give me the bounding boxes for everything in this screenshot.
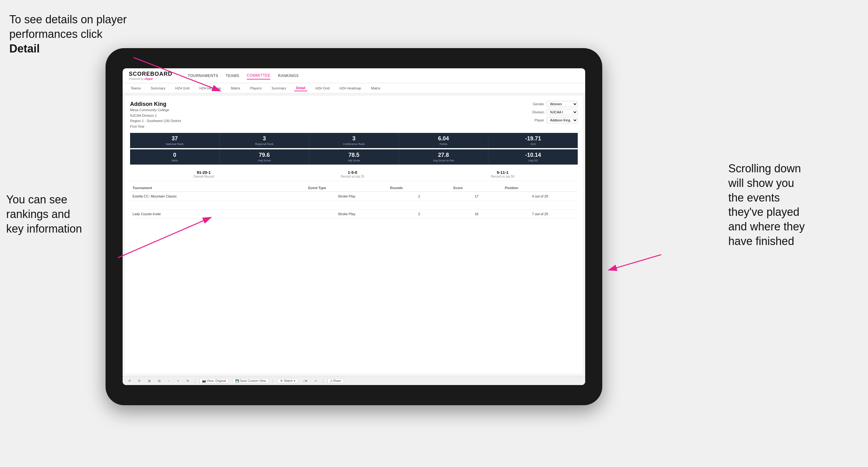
stat-national-rank-value: 37 (131, 135, 218, 142)
stat-adj-score: 78.5 Adj Score (309, 149, 399, 164)
stat-sos: -19.71 SoS (488, 133, 578, 148)
top50-record: 5-11-1 Record vs top 50 (491, 170, 515, 178)
nav-items: TOURNAMENTS TEAMS COMMITTEE RANKINGS (188, 72, 299, 80)
nav-tournaments[interactable]: TOURNAMENTS (188, 72, 218, 79)
toolbar-view-original[interactable]: 📷 View: Original (199, 378, 228, 383)
stats-row-2: 0 Wins 79.6 Avg Score 78.5 Adj Score 27.… (130, 149, 578, 164)
player-division: NJCAA Division 1 (130, 113, 181, 119)
subnav-h2h-heatmap[interactable]: H2H Heatmap (197, 85, 223, 91)
player-info: Addison King Mesa Community College NJCA… (130, 101, 181, 129)
toolbar-redo[interactable]: ↻ (136, 378, 143, 383)
content-area: Addison King Mesa Community College NJCA… (123, 93, 585, 385)
division-control: Division NJCAA I (532, 109, 578, 115)
subnav-matrix2[interactable]: Matrix (369, 85, 382, 91)
main-content: Addison King Mesa Community College NJCA… (125, 96, 583, 374)
top25-record: 1-5-0 Record vs top 25 (341, 170, 365, 178)
gender-select[interactable]: Women (547, 101, 578, 107)
sub-navigation: Teams Summary H2H Grid H2H Heatmap Matri… (123, 83, 585, 93)
stat-avg-score-par: 27.8 Avg Score to Par (399, 149, 489, 164)
subnav-h2h-heatmap2[interactable]: H2H Heatmap (338, 85, 363, 91)
toolbar-save-custom[interactable]: 💾 Save Custom View (232, 378, 269, 383)
score-3: 16 (451, 210, 502, 219)
stat-conference-rank-value: 3 (310, 135, 397, 142)
subnav-summary2[interactable]: Summary (270, 85, 288, 91)
toolbar-expand[interactable]: ⤢ (313, 378, 319, 383)
stat-sos-value: -19.71 (490, 135, 577, 142)
bottom-toolbar: ↺ ↻ ⊞ ⊟ − + ⟳ | 📷 View: Original 💾 Save … (123, 376, 585, 385)
stat-conference-rank-label: Conference Rank (310, 143, 397, 146)
toolbar-watch[interactable]: 👁 Watch ▾ (277, 378, 298, 383)
logo-scoreboard: SCOREBOARD (129, 71, 172, 77)
gender-label: Gender (533, 102, 544, 106)
toolbar-undo[interactable]: ↺ (126, 378, 132, 383)
subnav-players[interactable]: Players (248, 85, 264, 91)
player-header: Addison King Mesa Community College NJCA… (130, 101, 578, 129)
subnav-h2h-grid[interactable]: H2H Grid (173, 85, 191, 91)
overall-record-label: Overall Record (193, 175, 214, 178)
tournament-name-1: Estella CC- Mountain Classic (130, 192, 306, 201)
toolbar-refresh[interactable]: ⟳ (185, 378, 191, 383)
subnav-matrix[interactable]: Matrix (229, 85, 242, 91)
subnav-teams[interactable]: Teams (129, 85, 143, 91)
toolbar-grid2[interactable]: ⊟ (156, 378, 162, 383)
stat-avg-sg-value: -10.14 (490, 152, 577, 158)
annotation-right: Scrolling downwill show youthe eventsthe… (728, 161, 859, 249)
gender-control: Gender Women (533, 101, 578, 107)
col-tournament: Tournament (130, 184, 306, 192)
stat-avg-score-label: Avg Score (221, 159, 308, 162)
col-event-type: Event Type (306, 184, 388, 192)
col-position: Position (502, 184, 578, 192)
top25-record-value: 1-5-0 (341, 170, 365, 175)
col-score: Score (451, 184, 502, 192)
toolbar-screen[interactable]: □▾ (302, 378, 309, 383)
logo-powered: Powered by clippd (129, 77, 172, 81)
player-label: Player (535, 118, 544, 122)
subnav-summary[interactable]: Summary (149, 85, 167, 91)
stat-national-rank: 37 National Rank (130, 133, 220, 148)
col-rounds: Rounds (388, 184, 451, 192)
stats-row-1: 37 National Rank 3 Regional Rank 3 Confe… (130, 133, 578, 148)
table-row (130, 201, 578, 210)
rounds-3: 2 (388, 210, 451, 219)
nav-rankings[interactable]: RANKINGS (278, 72, 299, 79)
stat-avg-score-value: 79.6 (221, 152, 308, 158)
top50-record-label: Record vs top 50 (491, 175, 515, 178)
subnav-h2h-grid2[interactable]: H2H Grid (314, 85, 332, 91)
stat-national-rank-label: National Rank (131, 143, 218, 146)
division-select[interactable]: NJCAA I (547, 109, 578, 115)
stat-wins: 0 Wins (130, 149, 220, 164)
tablet-screen: SCOREBOARD Powered by clippd TOURNAMENTS… (123, 68, 585, 385)
nav-teams[interactable]: TEAMS (226, 72, 239, 79)
player-year: First Year (130, 124, 181, 129)
table-row: Lady Coyote Invite Stroke Play 2 16 7 ou… (130, 210, 578, 219)
toolbar-sep3: | (322, 378, 324, 383)
annotation-detail-bold: Detail (9, 42, 40, 55)
score-1: 17 (451, 192, 502, 201)
toolbar-grid1[interactable]: ⊞ (146, 378, 152, 383)
position-3: 7 out of 20 (502, 210, 578, 219)
subnav-detail[interactable]: Detail (294, 85, 307, 91)
stat-regional-rank-label: Regional Rank (221, 143, 308, 146)
toolbar-minus[interactable]: − (166, 378, 172, 383)
rounds-1: 2 (388, 192, 451, 201)
stat-avg-score-par-value: 27.8 (400, 152, 487, 158)
records-row: 91-20-1 Overall Record 1-5-0 Record vs t… (130, 168, 578, 181)
top-navigation: SCOREBOARD Powered by clippd TOURNAMENTS… (123, 68, 585, 83)
event-type-3: Stroke Play (306, 210, 388, 219)
stat-avg-sg-label: Avg SG (490, 159, 577, 162)
overall-record: 91-20-1 Overall Record (193, 170, 214, 178)
toolbar-plus[interactable]: + (176, 378, 181, 383)
toolbar-sep2: | (273, 378, 274, 383)
player-controls: Gender Women Division NJCAA I (532, 101, 578, 129)
svg-line-3 (609, 255, 661, 270)
position-1: 4 out of 20 (502, 192, 578, 201)
stat-avg-score: 79.6 Avg Score (220, 149, 310, 164)
player-name: Addison King (130, 101, 181, 107)
division-label: Division (532, 110, 544, 114)
nav-committee[interactable]: COMMITTEE (247, 72, 271, 80)
stat-wins-label: Wins (131, 159, 218, 162)
player-select[interactable]: Addison King (547, 117, 578, 123)
toolbar-share[interactable]: ⎙ Share (328, 378, 344, 383)
logo-area: SCOREBOARD Powered by clippd (129, 71, 172, 81)
stat-adj-score-label: Adj Score (310, 159, 397, 162)
